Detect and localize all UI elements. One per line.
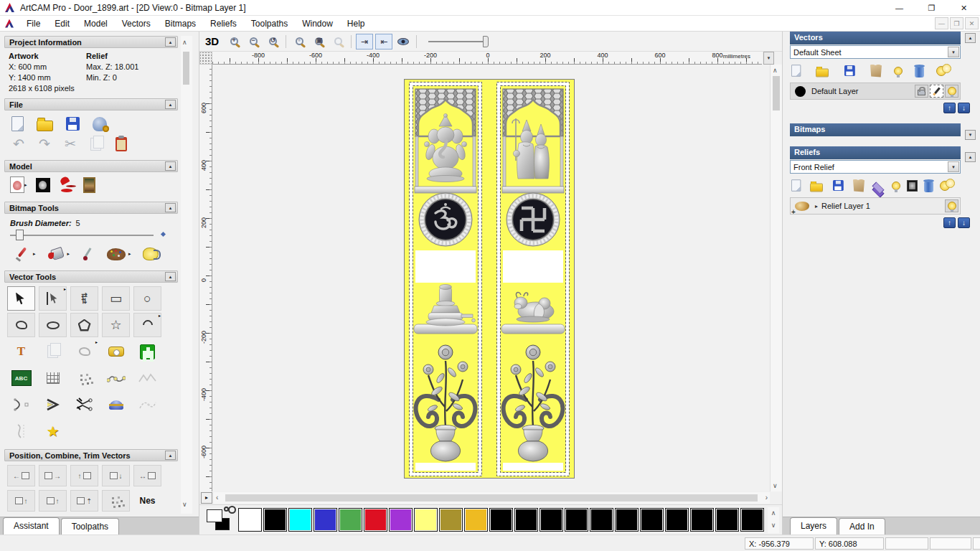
align-top-button[interactable]: ↑ bbox=[70, 465, 98, 486]
save-vector-layer-icon[interactable] bbox=[844, 65, 855, 76]
palette-swatch[interactable] bbox=[640, 508, 664, 532]
flyout-icon[interactable]: ▸ bbox=[128, 251, 131, 257]
scroll-up-icon[interactable]: ∧ bbox=[773, 67, 778, 74]
invert-model-icon[interactable] bbox=[36, 178, 50, 192]
section-header-model[interactable]: Model ▲ bbox=[4, 160, 178, 172]
assistant-tab[interactable]: Assistant bbox=[3, 517, 60, 534]
toggle-all-visibility-icon[interactable] bbox=[936, 66, 946, 76]
vector-layer-row[interactable]: Default Layer bbox=[790, 83, 961, 100]
palette-swatch[interactable] bbox=[514, 508, 538, 532]
palette-swatch[interactable] bbox=[740, 508, 764, 532]
menu-item[interactable]: Vectors bbox=[115, 17, 158, 31]
align-right-button[interactable]: → bbox=[39, 465, 67, 486]
preview-relief-button[interactable] bbox=[395, 34, 412, 50]
toggle-visibility-icon[interactable] bbox=[894, 67, 903, 75]
relief-layer-icon[interactable] bbox=[795, 202, 809, 211]
new-model-icon[interactable] bbox=[11, 116, 24, 131]
palette-swatch[interactable] bbox=[288, 508, 312, 532]
bezier-edit-tool[interactable] bbox=[7, 392, 35, 417]
ruler-unit-dropdown[interactable]: ▼ bbox=[763, 52, 774, 65]
mdi-minimize-button[interactable]: — bbox=[935, 17, 948, 29]
palette-scroll[interactable]: ∧ ∨ bbox=[768, 507, 779, 533]
wrap-vectors-tool[interactable] bbox=[133, 366, 161, 390]
primary-secondary-colour[interactable] bbox=[207, 508, 235, 532]
section-header-position-combine-trim[interactable]: Position, Combine, Trim Vectors ▲ bbox=[4, 449, 178, 461]
sculpt-sponge-icon[interactable] bbox=[143, 248, 159, 260]
zoom-out-button[interactable]: − bbox=[245, 34, 262, 50]
menu-item[interactable]: Bitmaps bbox=[158, 17, 203, 31]
scrollbar-thumb[interactable] bbox=[773, 76, 780, 110]
layer-name[interactable]: Default Layer bbox=[811, 87, 858, 95]
block-copy-tool[interactable] bbox=[70, 366, 98, 390]
vectors-panel-header[interactable]: Vectors bbox=[790, 32, 961, 44]
zoom-disabled-button[interactable] bbox=[329, 34, 347, 50]
scroll-down-icon[interactable]: ∨ bbox=[182, 501, 187, 508]
save-relief-layer-icon[interactable] bbox=[833, 180, 844, 191]
align-center-button[interactable]: ↑ bbox=[7, 490, 35, 512]
layer-visibility-button[interactable] bbox=[945, 85, 958, 98]
minimize-button[interactable]: — bbox=[883, 0, 915, 16]
palette-swatch[interactable] bbox=[565, 508, 588, 532]
delete-relief-icon[interactable] bbox=[924, 182, 933, 192]
zoom-in-button[interactable]: + bbox=[225, 34, 242, 50]
zoom-objects-button[interactable]: ▫ bbox=[291, 34, 308, 50]
bitmap-fade-slider[interactable] bbox=[428, 34, 496, 49]
palette-swatch[interactable] bbox=[690, 508, 714, 532]
relief-layer-name[interactable]: Relief Layer 1 bbox=[821, 202, 870, 210]
section-header-file[interactable]: File ▲ bbox=[4, 98, 178, 110]
menu-item[interactable]: Window bbox=[295, 17, 340, 31]
section-header-vector-tools[interactable]: Vector Tools ▲ bbox=[4, 270, 178, 283]
collapse-icon[interactable]: ▲ bbox=[165, 100, 176, 109]
menu-item[interactable]: File bbox=[19, 17, 47, 31]
move-layer-up-button[interactable]: ↑ bbox=[943, 103, 956, 113]
paste-along-curve-button[interactable]: ⇡ bbox=[70, 490, 98, 512]
document-icon[interactable] bbox=[5, 19, 14, 28]
fade-slider-handle[interactable] bbox=[483, 36, 489, 47]
palette-swatch[interactable] bbox=[590, 508, 613, 532]
vectors-collapse-button[interactable]: ▲ bbox=[965, 33, 976, 43]
toggle-all-reliefs-icon[interactable] bbox=[940, 181, 950, 191]
collapse-icon[interactable]: ▲ bbox=[165, 37, 176, 47]
transform-vectors-tool[interactable]: ⇄⇅ bbox=[70, 286, 98, 311]
pick-colour-icon[interactable] bbox=[81, 246, 95, 262]
create-rectangle-tool[interactable]: ▭ bbox=[102, 286, 130, 311]
primary-colour-swatch[interactable] bbox=[207, 509, 222, 522]
reliefs-collapse-button[interactable]: ▲ bbox=[965, 152, 976, 162]
slider-handle[interactable] bbox=[16, 230, 24, 240]
mdi-restore-button[interactable]: ❐ bbox=[950, 17, 963, 29]
door-panel-right[interactable] bbox=[497, 83, 570, 476]
copy-icon[interactable] bbox=[90, 138, 101, 151]
brush-diameter-slider[interactable] bbox=[10, 229, 165, 242]
ruler-corner[interactable] bbox=[199, 52, 212, 65]
bitmaps-panel-header[interactable]: Bitmaps bbox=[790, 123, 961, 136]
relief-thumbnail-icon[interactable] bbox=[907, 180, 918, 192]
collapse-icon[interactable]: ▲ bbox=[165, 451, 176, 460]
open-vector-layer-icon[interactable] bbox=[816, 68, 829, 77]
relief-visibility-button[interactable] bbox=[945, 199, 958, 212]
toggle-vectors-button[interactable]: ⇤ bbox=[375, 34, 392, 50]
canvas-horizontal-scrollbar[interactable]: ‹ › bbox=[214, 492, 770, 504]
node-editing-tool[interactable]: ▸ bbox=[39, 286, 67, 311]
nesting-button[interactable]: Nes bbox=[133, 490, 161, 512]
lighting-icon[interactable] bbox=[59, 177, 75, 192]
open-model-icon[interactable] bbox=[37, 121, 53, 131]
dropdown-arrow-icon[interactable]: ▼ bbox=[948, 47, 959, 57]
palette-swatch[interactable] bbox=[414, 508, 438, 532]
door-relief-artwork[interactable] bbox=[404, 79, 575, 479]
palette-swatch[interactable] bbox=[389, 508, 413, 532]
restore-button[interactable]: ❐ bbox=[915, 0, 948, 16]
edit-layer-button[interactable] bbox=[930, 85, 943, 98]
door-panel-left[interactable] bbox=[410, 83, 482, 476]
create-arc-tool[interactable]: ▸ bbox=[133, 313, 161, 337]
palette-swatch[interactable] bbox=[364, 508, 387, 532]
right-panel-tab[interactable]: Add In bbox=[839, 518, 885, 534]
link-colours-icon[interactable] bbox=[224, 507, 229, 512]
assistant-tab[interactable]: Toolpaths bbox=[61, 518, 119, 534]
zoom-fit-button[interactable]: ▣ bbox=[310, 34, 327, 50]
cut-icon[interactable]: ✂ bbox=[65, 138, 76, 151]
palette-swatch[interactable] bbox=[715, 508, 739, 532]
palette-swatch[interactable] bbox=[439, 508, 463, 532]
palette-swatch[interactable] bbox=[238, 508, 262, 532]
palette-scroll-down-icon[interactable]: ∨ bbox=[768, 519, 779, 532]
mdi-close-button[interactable]: ✕ bbox=[965, 17, 979, 29]
